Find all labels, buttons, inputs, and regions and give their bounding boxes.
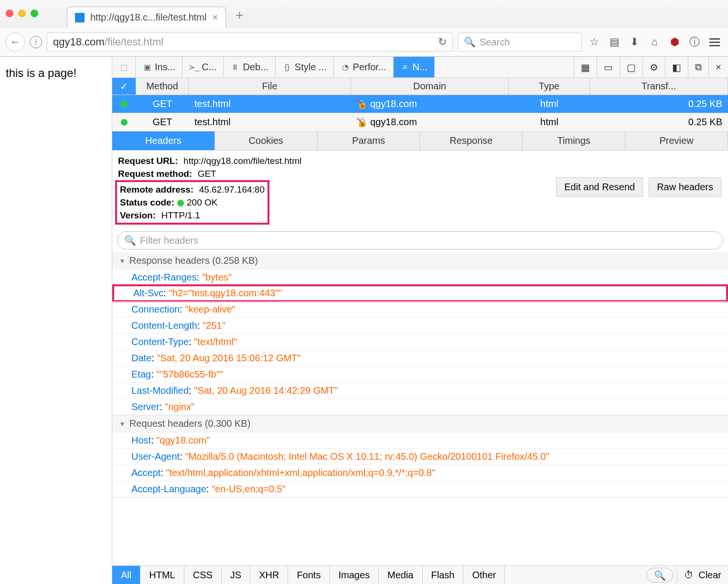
- filter-placeholder: Filter headers: [140, 235, 198, 246]
- site-info-icon[interactable]: i: [30, 36, 42, 48]
- footer-filter-other[interactable]: Other: [463, 566, 505, 584]
- summary-buttons: Edit and Resend Raw headers: [556, 177, 721, 197]
- search-box[interactable]: 🔍 Search: [458, 32, 582, 52]
- footer-filter-fonts[interactable]: Fonts: [288, 566, 330, 584]
- column-check[interactable]: ✓: [112, 78, 136, 95]
- column-file[interactable]: File: [189, 78, 351, 95]
- scratchpad-icon[interactable]: ▭: [597, 57, 620, 77]
- header-row: Alt-Svc: "h2="test.qgy18.com:443"": [112, 284, 728, 302]
- tab-performance[interactable]: ◔Perfor...: [334, 57, 394, 77]
- raw-headers-button[interactable]: Raw headers: [649, 177, 721, 197]
- footer-search-button[interactable]: 🔍: [646, 568, 673, 583]
- highlighted-summary-box: Remote address: 45.62.97.164:80 Status c…: [115, 180, 269, 225]
- downloads-icon[interactable]: ⬇: [627, 34, 642, 50]
- header-value: "nginx": [165, 401, 194, 412]
- browser-chrome: http://qgy18.c...file/test.html × + ← i …: [0, 0, 728, 57]
- filter-headers-input[interactable]: 🔍 Filter headers: [117, 231, 723, 249]
- version-value: HTTP/1.1: [161, 210, 200, 220]
- request-method-value: GET: [198, 169, 216, 179]
- header-value: "text/html,application/xhtml+xml,applica…: [166, 467, 435, 478]
- style-icon: {}: [282, 63, 292, 72]
- remote-address-value: 45.62.97.164:80: [199, 184, 265, 195]
- column-method[interactable]: Method: [136, 78, 189, 95]
- detail-tabs: Headers Cookies Params Response Timings …: [112, 131, 728, 151]
- clear-button[interactable]: Clear: [698, 570, 721, 581]
- home-icon[interactable]: ⌂: [647, 34, 662, 50]
- footer-filter-xhr[interactable]: XHR: [250, 566, 288, 584]
- detail-tab-cookies[interactable]: Cookies: [215, 131, 318, 150]
- insecure-lock-icon: 🔒: [357, 99, 367, 109]
- inspector-picker-button[interactable]: ⬚: [112, 57, 136, 77]
- url-bar[interactable]: qgy18.com/file/test.html ↻: [47, 32, 453, 52]
- stopwatch-icon[interactable]: ⏱: [684, 570, 694, 581]
- response-headers-toggle[interactable]: ▼ Response headers (0.258 KB): [112, 252, 728, 269]
- header-value: "bytes": [202, 272, 232, 282]
- frame-select-icon[interactable]: ▢: [620, 57, 642, 77]
- version-label: Version:: [120, 210, 156, 220]
- status-code-value: 200 OK: [187, 197, 217, 207]
- header-name: Last-Modified: [131, 385, 189, 396]
- request-headers-toggle[interactable]: ▼ Request headers (0.300 KB): [112, 415, 728, 432]
- header-value: "Sat, 20 Aug 2016 15:06:12 GMT": [157, 353, 300, 363]
- header-row: Accept: "text/html,application/xhtml+xml…: [112, 465, 728, 481]
- info-circle-icon[interactable]: ⓘ: [687, 34, 702, 50]
- footer-filter-js[interactable]: JS: [222, 566, 250, 584]
- bookmark-star-icon[interactable]: ☆: [587, 34, 602, 50]
- footer-filter-all[interactable]: All: [112, 566, 140, 584]
- header-row: Host: "qgy18.com": [112, 432, 728, 448]
- footer-filter-media[interactable]: Media: [379, 566, 422, 584]
- column-type[interactable]: Type: [509, 78, 590, 95]
- column-transferred[interactable]: Transf...: [590, 78, 728, 95]
- menu-button[interactable]: [707, 34, 722, 50]
- tab-debugger[interactable]: ⏸Deb...: [224, 57, 275, 77]
- column-domain[interactable]: Domain: [351, 78, 509, 95]
- tab-close-icon[interactable]: ×: [212, 12, 218, 23]
- tab-console[interactable]: ≻_C...: [182, 57, 224, 77]
- browser-tab[interactable]: http://qgy18.c...file/test.html ×: [67, 7, 226, 28]
- header-name: Accept-Ranges: [131, 272, 197, 282]
- footer-filter-images[interactable]: Images: [330, 566, 379, 584]
- detail-tab-timings[interactable]: Timings: [523, 131, 625, 150]
- tab-style-editor[interactable]: {}Style ...: [276, 57, 334, 77]
- tab-network[interactable]: ≡N...: [394, 57, 435, 77]
- footer-filter-html[interactable]: HTML: [140, 566, 184, 584]
- footer-filter-css[interactable]: CSS: [184, 566, 222, 584]
- edit-resend-button[interactable]: Edit and Resend: [556, 177, 643, 197]
- detail-tab-preview[interactable]: Preview: [625, 131, 728, 150]
- content-area: this is a page! ⬚ ▣Ins... ≻_C... ⏸Deb...…: [0, 57, 728, 584]
- cell-method: GET: [136, 95, 189, 113]
- close-window-button[interactable]: [6, 10, 13, 17]
- responsive-design-icon[interactable]: ▦: [574, 57, 597, 77]
- footer-clear-group: ⏱ Clear: [677, 566, 728, 584]
- dock-separate-icon[interactable]: ⧉: [688, 57, 708, 77]
- detail-tab-response[interactable]: Response: [420, 131, 523, 150]
- footer-filter-flash[interactable]: Flash: [423, 566, 464, 584]
- minimize-window-button[interactable]: [18, 10, 26, 17]
- tab-inspector[interactable]: ▣Ins...: [136, 57, 182, 77]
- devtools-close-icon[interactable]: ×: [708, 57, 728, 77]
- favicon-icon: [75, 13, 85, 22]
- request-row[interactable]: GETtest.html🔒qgy18.comhtml0.25 KB: [112, 113, 728, 131]
- request-url-label: Request URL:: [118, 156, 178, 166]
- request-headers-section: ▼ Request headers (0.300 KB) Host: "qgy1…: [112, 415, 728, 497]
- back-button[interactable]: ←: [6, 32, 25, 52]
- ublock-icon[interactable]: ⬢: [667, 34, 682, 50]
- headers-panel: Request URL: http://qgy18.com/file/test.…: [112, 151, 728, 565]
- header-value: "en-US,en;q=0.5": [212, 484, 286, 494]
- header-name: User-Agent: [131, 451, 180, 462]
- settings-gear-icon[interactable]: ⚙: [642, 57, 665, 77]
- new-tab-button[interactable]: +: [236, 8, 243, 23]
- reload-icon[interactable]: ↻: [438, 36, 447, 48]
- request-url-value: http://qgy18.com/file/test.html: [183, 156, 301, 166]
- nav-bar: ← i qgy18.com/file/test.html ↻ 🔍 Search …: [0, 28, 728, 56]
- dock-side-icon[interactable]: ◧: [665, 57, 688, 77]
- cell-domain: 🔒qgy18.com: [351, 113, 509, 131]
- devtools-tabs: ⬚ ▣Ins... ≻_C... ⏸Deb... {}Style ... ◔Pe…: [112, 57, 728, 78]
- maximize-window-button[interactable]: [31, 10, 38, 17]
- detail-tab-params[interactable]: Params: [318, 131, 420, 150]
- insecure-lock-icon: 🔒: [357, 117, 367, 128]
- reading-list-icon[interactable]: ▤: [607, 34, 622, 50]
- request-row[interactable]: GETtest.html🔒qgy18.comhtml0.25 KB: [112, 95, 728, 113]
- detail-tab-headers[interactable]: Headers: [112, 131, 215, 150]
- devtools-panel: ⬚ ▣Ins... ≻_C... ⏸Deb... {}Style ... ◔Pe…: [112, 57, 728, 584]
